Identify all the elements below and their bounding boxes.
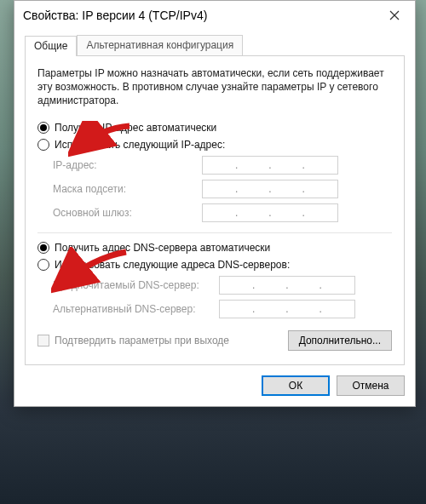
radio-icon [37, 122, 49, 134]
input-dns-preferred: ... [219, 276, 355, 295]
bottom-row: Подтвердить параметры при выходе Дополни… [37, 330, 392, 351]
ip-fields: IP-адрес: ... Маска подсети: ... Основно… [53, 156, 392, 222]
radio-icon [37, 259, 49, 271]
description-text: Параметры IP можно назначать автоматичес… [37, 66, 392, 108]
tab-altconfig[interactable]: Альтернативная конфигурация [77, 35, 243, 55]
tab-panel-general: Параметры IP можно назначать автоматичес… [25, 55, 405, 365]
dialog-window: Свойства: IP версии 4 (TCP/IPv4) Общие А… [14, 0, 416, 407]
radio-ip-manual-label: Использовать следующий IP-адрес: [55, 139, 225, 151]
titlebar: Свойства: IP версии 4 (TCP/IPv4) [14, 1, 415, 30]
label-dns-preferred: Предпочитаемый DNS-сервер: [53, 279, 219, 291]
close-button[interactable] [377, 3, 412, 28]
radio-dns-manual-label: Использовать следующие адреса DNS-сервер… [55, 259, 290, 271]
field-mask: Маска подсети: ... [53, 180, 392, 198]
radio-ip-manual[interactable]: Использовать следующий IP-адрес: [37, 139, 392, 151]
radio-dns-manual[interactable]: Использовать следующие адреса DNS-сервер… [37, 259, 392, 271]
field-dns-alternate: Альтернативный DNS-сервер: ... [53, 300, 392, 318]
tabstrip: Общие Альтернативная конфигурация [25, 35, 405, 55]
window-title: Свойства: IP версии 4 (TCP/IPv4) [23, 9, 377, 22]
radio-icon [37, 139, 49, 151]
radio-icon [37, 242, 49, 254]
input-dns-alternate: ... [219, 300, 355, 318]
radio-dns-auto-label: Получить адрес DNS-сервера автоматически [55, 242, 270, 254]
radio-ip-auto-label: Получить IP-адрес автоматически [55, 122, 216, 134]
client-area: Общие Альтернативная конфигурация Параме… [14, 30, 415, 406]
radio-ip-auto[interactable]: Получить IP-адрес автоматически [37, 122, 392, 134]
radio-dns-auto[interactable]: Получить адрес DNS-сервера автоматически [37, 242, 392, 254]
checkbox-validate-label: Подтвердить параметры при выходе [55, 335, 229, 346]
input-ip: ... [202, 156, 338, 175]
field-gateway: Основной шлюз: ... [53, 203, 392, 222]
label-dns-alternate: Альтернативный DNS-сервер: [53, 303, 219, 315]
dialog-buttons: ОК Отмена [25, 375, 405, 396]
checkbox-icon [37, 335, 49, 346]
cancel-button[interactable]: Отмена [337, 375, 405, 396]
input-mask: ... [202, 180, 338, 198]
tab-general[interactable]: Общие [25, 36, 77, 56]
advanced-button[interactable]: Дополнительно... [288, 330, 392, 351]
ok-button[interactable]: ОК [262, 375, 330, 396]
separator [37, 232, 392, 233]
checkbox-validate[interactable]: Подтвердить параметры при выходе [37, 335, 229, 346]
field-ip: IP-адрес: ... [53, 156, 392, 175]
field-dns-preferred: Предпочитаемый DNS-сервер: ... [53, 276, 392, 295]
input-gateway: ... [202, 203, 338, 222]
label-mask: Маска подсети: [53, 183, 202, 195]
close-icon [389, 10, 400, 20]
label-gateway: Основной шлюз: [53, 207, 202, 219]
label-ip: IP-адрес: [53, 159, 202, 171]
dns-fields: Предпочитаемый DNS-сервер: ... Альтернат… [53, 276, 392, 318]
